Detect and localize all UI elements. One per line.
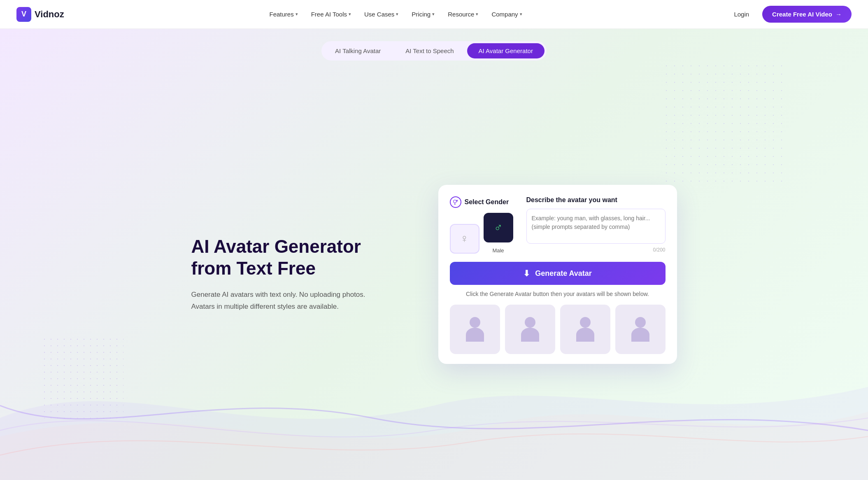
nav-link-pricing[interactable]: Pricing ▾ bbox=[412, 11, 435, 18]
nav-links: Features ▾ Free AI Tools ▾ Use Cases ▾ P… bbox=[270, 11, 522, 18]
hint-text: Click the Generate Avatar button then yo… bbox=[450, 291, 666, 297]
hero-content: AI Avatar Generator from Text Free Gener… bbox=[167, 61, 702, 480]
nav-actions: Login Create Free AI Video → bbox=[727, 6, 852, 23]
avatar-placeholder-1 bbox=[450, 305, 500, 354]
logo-icon: V bbox=[16, 7, 31, 22]
chevron-down-icon: ▾ bbox=[396, 12, 398, 17]
nav-link-use-cases[interactable]: Use Cases ▾ bbox=[364, 11, 398, 18]
avatar-placeholder-4 bbox=[615, 305, 666, 354]
download-icon: ⬇ bbox=[523, 268, 530, 278]
char-count: 0/200 bbox=[526, 247, 666, 253]
female-symbol: ♀ bbox=[460, 232, 469, 245]
chevron-down-icon: ▾ bbox=[432, 12, 435, 17]
avatar-silhouette-1 bbox=[464, 317, 486, 342]
hero-description: Generate AI avatars with text only. No u… bbox=[191, 289, 372, 313]
navbar: V Vidnoz Features ▾ Free AI Tools ▾ Use … bbox=[0, 0, 868, 29]
nav-link-free-ai-tools[interactable]: Free AI Tools ▾ bbox=[311, 11, 351, 18]
chevron-down-icon: ▾ bbox=[476, 12, 478, 17]
hero-left: AI Avatar Generator from Text Free Gener… bbox=[191, 236, 372, 313]
nav-link-resource[interactable]: Resource ▾ bbox=[448, 11, 478, 18]
avatar-placeholders-row bbox=[450, 305, 666, 354]
nav-link-company[interactable]: Company ▾ bbox=[491, 11, 522, 18]
hero-section: AI Talking Avatar AI Text to Speech AI A… bbox=[0, 29, 868, 480]
avatar-placeholder-2 bbox=[505, 305, 555, 354]
tabs-row: AI Talking Avatar AI Text to Speech AI A… bbox=[321, 41, 547, 61]
generate-avatar-button[interactable]: ⬇ Generate Avatar bbox=[450, 262, 666, 285]
nav-link-features[interactable]: Features ▾ bbox=[270, 11, 298, 18]
logo-text: Vidnoz bbox=[35, 9, 64, 20]
arrow-icon: → bbox=[835, 11, 842, 18]
avatar-generator-card: Select Gender ♀ ♂ Male bbox=[438, 185, 677, 364]
describe-section: Describe the avatar you want 0/200 bbox=[526, 196, 666, 253]
gender-female-button[interactable]: ♀ bbox=[450, 224, 479, 254]
chevron-down-icon: ▾ bbox=[349, 12, 351, 17]
avatar-silhouette-3 bbox=[575, 317, 596, 342]
describe-input[interactable] bbox=[526, 209, 666, 244]
card-top-row: Select Gender ♀ ♂ Male bbox=[450, 196, 666, 254]
create-free-video-button[interactable]: Create Free AI Video → bbox=[762, 6, 852, 23]
select-gender-label: Select Gender bbox=[450, 196, 513, 208]
svg-point-0 bbox=[453, 200, 456, 203]
hero-title: AI Avatar Generator from Text Free bbox=[191, 236, 372, 280]
gender-icon bbox=[450, 196, 461, 208]
tab-ai-talking-avatar[interactable]: AI Talking Avatar bbox=[323, 43, 392, 58]
gender-male-label: Male bbox=[492, 247, 504, 254]
tab-ai-text-to-speech[interactable]: AI Text to Speech bbox=[394, 43, 465, 58]
avatar-placeholder-3 bbox=[560, 305, 610, 354]
login-button[interactable]: Login bbox=[727, 7, 756, 21]
logo[interactable]: V Vidnoz bbox=[16, 7, 64, 22]
chevron-down-icon: ▾ bbox=[520, 12, 522, 17]
select-gender-section: Select Gender ♀ ♂ Male bbox=[450, 196, 513, 254]
describe-label: Describe the avatar you want bbox=[526, 196, 666, 204]
male-symbol: ♂ bbox=[494, 221, 503, 234]
dot-pattern-bottom bbox=[41, 336, 123, 418]
gender-options: ♀ ♂ Male bbox=[450, 213, 513, 254]
avatar-silhouette-2 bbox=[519, 317, 541, 342]
tab-ai-avatar-generator[interactable]: AI Avatar Generator bbox=[467, 43, 545, 58]
gender-male-button[interactable]: ♂ bbox=[484, 213, 513, 242]
avatar-silhouette-4 bbox=[630, 317, 651, 342]
chevron-down-icon: ▾ bbox=[296, 12, 298, 17]
